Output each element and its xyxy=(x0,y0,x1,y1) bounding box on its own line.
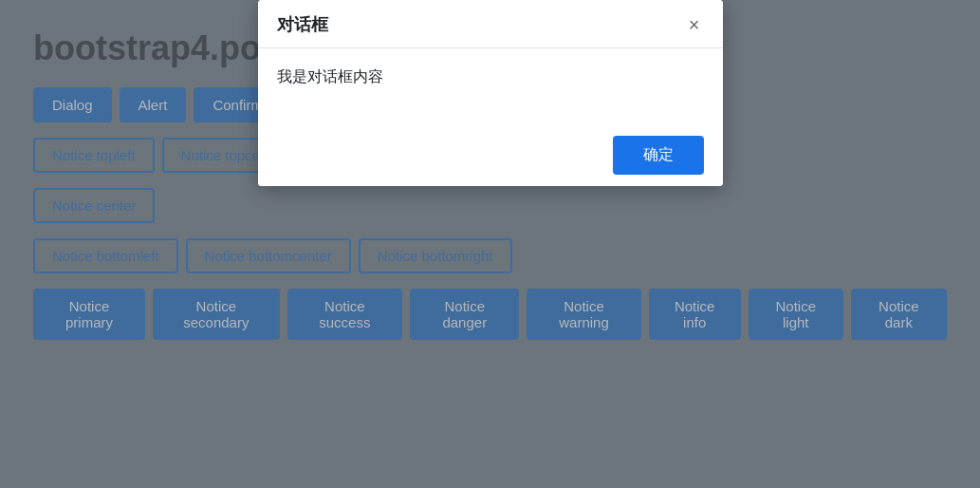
modal-footer: 确定 xyxy=(258,124,723,186)
modal-body-text: 我是对话框内容 xyxy=(277,68,383,84)
modal-confirm-button[interactable]: 确定 xyxy=(613,136,704,175)
modal-title: 对话框 xyxy=(277,13,328,36)
modal-body: 我是对话框内容 xyxy=(258,48,723,124)
modal-close-button[interactable]: × xyxy=(685,15,704,34)
modal-dialog: 对话框 × 我是对话框内容 确定 xyxy=(258,0,723,186)
modal-header: 对话框 × xyxy=(258,0,723,48)
